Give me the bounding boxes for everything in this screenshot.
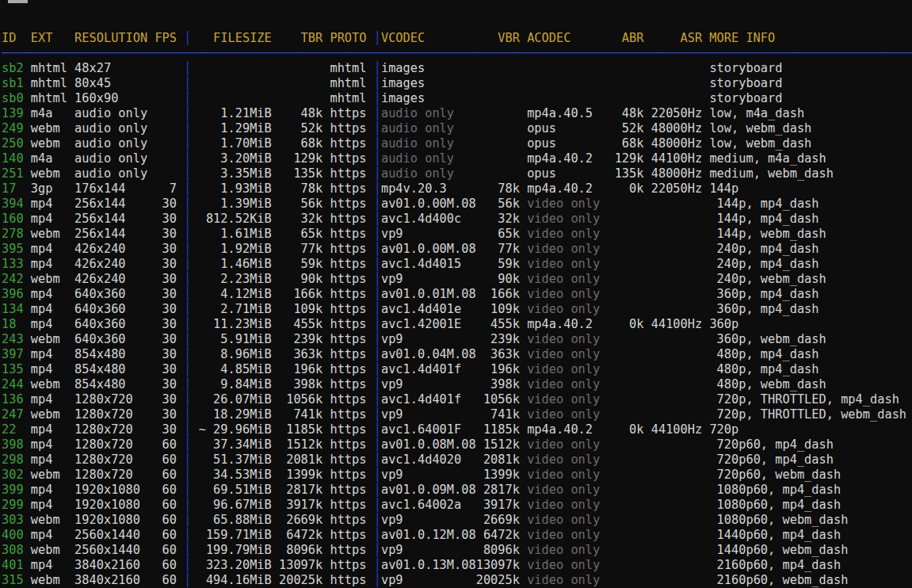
cell-ext-resolution-fps: mp4 256x144 30	[24, 197, 185, 211]
cell-vbr: 398k	[476, 377, 527, 391]
cell-format-id: 160	[2, 212, 24, 226]
cell-acodec: video only	[527, 483, 600, 497]
column-headers-left: ID EXT RESOLUTION FPS	[2, 31, 184, 45]
cell-ext-resolution-fps: m4a audio only	[24, 151, 185, 166]
cell-vcodec: avc1.64002a	[381, 498, 476, 512]
cell-abr-asr-moreinfo: 720p60, mp4_dash	[600, 437, 834, 452]
cell-vcodec: avc1.64001F	[381, 422, 476, 437]
cell-format-id: 247	[2, 407, 24, 422]
column-separator: │	[374, 407, 381, 422]
cell-abr-asr-moreinfo: 480p, webm_dash	[600, 377, 826, 391]
cell-vcodec: av01.0.01M.08	[381, 287, 476, 301]
cell-vbr	[476, 121, 527, 136]
format-row: 247 webm 1280x720 30 │ 18.29MiB 741k htt…	[2, 407, 912, 422]
format-row: 160 mp4 256x144 30 │ 812.52KiB 32k https…	[2, 212, 912, 227]
column-separator: │	[374, 242, 381, 256]
format-row: 244 webm 854x480 30 │ 9.84MiB 398k https…	[2, 377, 912, 392]
column-separator: │	[374, 302, 381, 316]
cell-filesize-tbr-proto: 323.20MiB 13097k https	[191, 558, 373, 572]
cell-ext-resolution-fps: webm audio only	[24, 136, 185, 151]
cell-ext-resolution-fps: mp4 1280x720 60	[24, 452, 185, 467]
cell-ext-resolution-fps: webm 426x240 30	[24, 272, 185, 286]
format-row: 308 webm 2560x1440 60 │ 199.79MiB 8096k …	[2, 543, 912, 558]
terminal-window[interactable]: ID EXT RESOLUTION FPS │ FILESIZE TBR PRO…	[0, 0, 912, 588]
cell-vbr: 78k	[476, 181, 527, 196]
format-row: 139 m4a audio only │ 1.21MiB 48k https │…	[2, 106, 912, 121]
cell-acodec: video only	[527, 257, 600, 271]
format-row: 400 mp4 2560x1440 60 │ 159.71MiB 6472k h…	[2, 528, 912, 543]
cell-filesize-tbr-proto: 812.52KiB 32k https	[191, 212, 373, 226]
cell-format-id: 278	[2, 227, 24, 241]
cell-filesize-tbr-proto: 4.85MiB 196k https	[191, 362, 373, 376]
column-separator: │	[374, 362, 381, 376]
column-separator: │	[374, 483, 381, 497]
format-row: 399 mp4 1920x1080 60 │ 69.51MiB 2817k ht…	[2, 483, 912, 498]
column-separator: │	[374, 437, 381, 452]
cell-ext-resolution-fps: webm 256x144 30	[24, 227, 185, 241]
column-separator: │	[374, 31, 381, 45]
cell-ext-resolution-fps: mp4 1920x1080 60	[24, 498, 185, 512]
column-separator: │	[374, 212, 381, 226]
cell-vcodec: av01.0.09M.08	[381, 483, 476, 497]
format-table: ID EXT RESOLUTION FPS │ FILESIZE TBR PRO…	[2, 31, 912, 588]
cell-format-id: 135	[2, 362, 24, 376]
column-separator: │	[374, 513, 381, 527]
cell-filesize-tbr-proto: 2.71MiB 109k https	[191, 302, 373, 316]
cell-abr-asr-moreinfo: 480p, mp4_dash	[600, 362, 819, 376]
cell-abr-asr-moreinfo: 0k 22050Hz 144p	[593, 181, 738, 196]
cell-vbr	[476, 76, 527, 90]
format-row: 140 m4a audio only │ 3.20MiB 129k https …	[2, 151, 912, 166]
cell-format-id: 299	[2, 498, 24, 512]
cell-acodec: video only	[527, 528, 600, 542]
cell-acodec: video only	[527, 242, 600, 256]
cell-acodec: opus	[527, 121, 593, 136]
cell-format-id: 139	[2, 106, 24, 120]
cell-ext-resolution-fps: webm 3840x2160 60	[24, 573, 185, 587]
cell-acodec: video only	[527, 227, 600, 241]
cell-vcodec: avc1.4d401f	[381, 362, 476, 376]
cell-acodec	[527, 61, 593, 75]
column-headers-right: VCODEC VBR ACODEC ABR ASR MORE INFO	[381, 31, 775, 45]
cell-vcodec: mp4v.20.3	[381, 181, 476, 196]
cell-vcodec: av01.0.04M.08	[381, 347, 476, 361]
cell-abr-asr-moreinfo: 2160p60, mp4_dash	[600, 558, 841, 572]
cell-abr-asr-moreinfo: 480p, mp4_dash	[600, 347, 819, 361]
cell-vbr: 77k	[476, 242, 527, 256]
column-separator: │	[374, 317, 381, 331]
cell-filesize-tbr-proto: 69.51MiB 2817k https	[191, 483, 373, 497]
cell-acodec: mp4a.40.2	[527, 317, 593, 331]
column-separator: │	[374, 106, 381, 120]
cell-ext-resolution-fps: mp4 2560x1440 60	[24, 528, 185, 542]
format-row: 251 webm audio only │ 3.35MiB 135k https…	[2, 166, 912, 181]
column-separator: │	[374, 558, 381, 572]
column-separator: │	[374, 91, 381, 105]
cell-abr-asr-moreinfo: 720p, THROTTLED, webm_dash	[600, 407, 906, 422]
cell-abr-asr-moreinfo: 144p, mp4_dash	[600, 212, 819, 226]
column-separator: │	[374, 468, 381, 482]
cell-format-id: 401	[2, 558, 24, 572]
cell-abr-asr-moreinfo: 720p60, webm_dash	[600, 468, 841, 482]
cell-filesize-tbr-proto: 1.21MiB 48k https	[191, 106, 373, 120]
cell-acodec: opus	[527, 166, 593, 181]
cell-acodec: video only	[527, 302, 600, 316]
cell-acodec: mp4a.40.2	[527, 422, 593, 437]
cell-ext-resolution-fps: webm audio only	[24, 166, 185, 181]
cell-acodec: video only	[527, 347, 600, 361]
format-row: 397 mp4 854x480 30 │ 8.96MiB 363k https …	[2, 347, 912, 362]
format-row: 250 webm audio only │ 1.70MiB 68k https …	[2, 136, 912, 151]
cell-ext-resolution-fps: webm 640x360 30	[24, 332, 185, 346]
column-separator: │	[374, 392, 381, 407]
cell-abr-asr-moreinfo: 240p, webm_dash	[600, 272, 826, 286]
cell-vbr: 239k	[476, 332, 527, 346]
cell-acodec: video only	[527, 272, 600, 286]
column-separator: │	[374, 498, 381, 512]
terminal-screen[interactable]: ID EXT RESOLUTION FPS │ FILESIZE TBR PRO…	[2, 1, 912, 588]
column-separator: │	[374, 347, 381, 361]
cell-acodec: video only	[527, 437, 600, 452]
format-row: 401 mp4 3840x2160 60 │ 323.20MiB 13097k …	[2, 558, 912, 573]
cell-vcodec: vp9	[381, 407, 476, 422]
cell-abr-asr-moreinfo: 48k 22050Hz low, m4a_dash	[593, 106, 804, 120]
cell-vbr: 2081k	[476, 452, 527, 467]
cell-filesize-tbr-proto: 5.91MiB 239k https	[191, 332, 373, 346]
cell-format-id: 302	[2, 468, 24, 482]
